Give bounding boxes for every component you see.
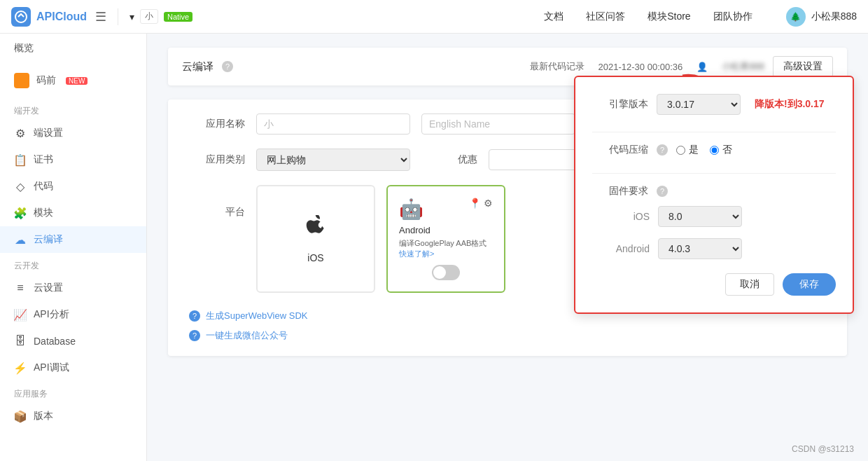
android-firmware-row: Android 4.0.3 5.0 6.0 7.0 xyxy=(592,238,836,259)
api-debug-icon: ⚡ xyxy=(14,362,27,374)
main-area: 概览 ▶ 码前 NEW 端开发 ⚙ 端设置 📋 证书 ◇ 代码 xyxy=(0,34,868,461)
nav-qa[interactable]: 社区问答 xyxy=(586,11,625,23)
app-name-label: 应用名称 xyxy=(189,118,245,130)
sidebar-item-banben[interactable]: 📦 版本 xyxy=(0,403,146,429)
sdk-help-icon: ? xyxy=(189,310,200,322)
android-toggle[interactable] xyxy=(432,265,460,280)
sidebar-label-mokuai: 模块 xyxy=(34,207,53,219)
app-name-input[interactable] xyxy=(256,113,410,135)
sidebar-item-yunbianyi[interactable]: ☁ 云编译 xyxy=(0,226,146,253)
sidebar-item-daima[interactable]: ◇ 代码 xyxy=(0,173,146,200)
dropdown-arrow-icon: ▾ xyxy=(130,11,134,22)
section-title-yyfw: 应用服务 xyxy=(0,381,146,403)
promo-label: 优惠 xyxy=(421,153,477,166)
compress-no-radio[interactable] xyxy=(710,146,719,155)
settings-icon: ⚙ xyxy=(14,127,27,139)
code-icon: ◇ xyxy=(14,180,27,193)
android-pin-icon: 📍 xyxy=(469,198,481,209)
firmware-help-icon[interactable]: ? xyxy=(657,186,668,197)
sidebar-item-mokuai[interactable]: 🧩 模块 xyxy=(0,200,146,226)
maqian-icon: ▶ xyxy=(14,73,29,88)
sidebar-item-yunshezhi[interactable]: ≡ 云设置 xyxy=(0,275,146,301)
sidebar-item-database[interactable]: 🗄 Database xyxy=(0,328,146,355)
record-label: 最新代码记录 xyxy=(530,60,584,73)
native-badge: Native xyxy=(164,12,192,22)
sidebar-item-duanshezhi[interactable]: ⚙ 端设置 xyxy=(0,120,146,146)
module-icon: 🧩 xyxy=(14,207,27,219)
nav-store[interactable]: 模块Store xyxy=(648,11,690,23)
toggle-knob xyxy=(433,266,446,279)
api-analysis-icon: 📈 xyxy=(14,308,27,321)
save-button[interactable]: 保存 xyxy=(783,273,836,296)
ios-platform-card[interactable]: iOS xyxy=(256,185,375,293)
compress-yes-label: 是 xyxy=(689,144,699,156)
nav-team[interactable]: 团队协作 xyxy=(713,11,752,23)
cert-icon: 📋 xyxy=(14,153,27,166)
sidebar-item-maqian[interactable]: ▶ 码前 NEW xyxy=(0,66,146,95)
ios-firmware-row: iOS 8.0 9.0 10.0 11.0 12.0 xyxy=(592,206,836,227)
compile-help-icon[interactable]: ? xyxy=(222,61,233,72)
sidebar-label-yunbianyi: 云编译 xyxy=(34,233,63,246)
sidebar-label-apifenxi: API分析 xyxy=(34,308,69,321)
compress-no-label: 否 xyxy=(722,144,732,156)
nav-docs[interactable]: 文档 xyxy=(544,11,564,23)
user-icon: 👤 xyxy=(696,62,708,72)
wechat-link-text: 一键生成微信公众号 xyxy=(206,329,288,342)
sidebar-item-apifenxi[interactable]: 📈 API分析 xyxy=(0,301,146,328)
version-icon: 📦 xyxy=(14,410,27,422)
platform-cards: iOS 🤖 📍 ⚙ xyxy=(256,185,505,293)
database-icon: 🗄 xyxy=(14,335,27,348)
top-bar-divider xyxy=(118,8,118,25)
top-nav: 文档 社区问答 模块Store 团队协作 🌲 小松果888 xyxy=(544,7,857,27)
app-selector[interactable]: ▾ 小 Native xyxy=(130,9,192,24)
compress-yes-option[interactable]: 是 xyxy=(676,144,699,156)
compress-yes-radio[interactable] xyxy=(676,146,685,155)
english-name-input[interactable] xyxy=(421,113,575,135)
android-firmware-select[interactable]: 4.0.3 5.0 6.0 7.0 xyxy=(658,238,742,259)
platform-label: 平台 xyxy=(189,185,245,219)
compress-no-option[interactable]: 否 xyxy=(710,144,732,156)
downgrade-note: 降版本!到3.0.17 xyxy=(755,98,825,111)
android-platform-card[interactable]: 🤖 📍 ⚙ Android 编译GooglePlay AAB格式 快速了解> xyxy=(386,185,505,293)
sidebar-label-maqian: 码前 xyxy=(36,74,56,87)
sidebar-item-apitiaoshi[interactable]: ⚡ API调试 xyxy=(0,355,146,381)
csdn-watermark: CSDN @s31213 xyxy=(792,444,854,454)
sidebar-item-zhengshu[interactable]: 📋 证书 xyxy=(0,146,146,173)
sidebar-label-zhengshu: 证书 xyxy=(34,153,53,166)
new-badge: NEW xyxy=(66,77,88,85)
user-name: 小松果888 xyxy=(811,11,857,23)
logo: APICloud xyxy=(11,7,87,27)
android-name: Android xyxy=(399,225,430,235)
ios-firmware-select[interactable]: 8.0 9.0 10.0 11.0 12.0 xyxy=(658,206,742,227)
firmware-label: 固件要求 xyxy=(592,185,648,198)
record-time: 2021-12-30 00:00:36 xyxy=(598,62,683,72)
compile-title: 云编译 xyxy=(182,60,214,74)
compress-help-icon[interactable]: ? xyxy=(657,144,668,156)
android-link[interactable]: 快速了解> xyxy=(399,249,434,259)
advanced-settings-button[interactable]: 高级设置 xyxy=(773,56,833,77)
logo-icon xyxy=(11,7,31,27)
logo-text: APICloud xyxy=(36,11,87,23)
bottom-link-wechat[interactable]: ? 一键生成微信公众号 xyxy=(189,329,826,342)
sidebar-item-overview[interactable]: 概览 xyxy=(0,34,146,63)
android-desc: 编译GooglePlay AAB格式 xyxy=(399,238,486,249)
compress-row: 代码压缩 ? 是 否 xyxy=(592,144,836,156)
ios-name: iOS xyxy=(307,252,323,263)
top-bar: APICloud ☰ ▾ 小 Native 文档 社区问答 模块Store 团队… xyxy=(0,0,868,34)
category-select[interactable]: 网上购物 社交 游戏 工具 教育 xyxy=(256,149,410,171)
ios-icon xyxy=(303,215,328,247)
menu-icon[interactable]: ☰ xyxy=(95,9,106,25)
sidebar-label-banben: 版本 xyxy=(34,410,53,422)
user-menu[interactable]: 🌲 小松果888 xyxy=(786,7,857,27)
main-content: 云编译 ? 最新代码记录 2021-12-30 00:00:36 👤 小松果88… xyxy=(147,34,868,461)
sidebar: 概览 ▶ 码前 NEW 端开发 ⚙ 端设置 📋 证书 ◇ 代码 xyxy=(0,34,147,461)
panel-divider-1 xyxy=(592,132,836,132)
record-user: 小松果888 xyxy=(722,60,764,73)
sidebar-label-duanshezhi: 端设置 xyxy=(34,127,63,139)
compress-radio-group: 是 否 xyxy=(676,144,732,156)
section-title-yunkf: 云开发 xyxy=(0,253,146,275)
cancel-button[interactable]: 取消 xyxy=(725,273,774,296)
engine-select[interactable]: 3.0.17 3.0.16 3.0.15 xyxy=(657,94,741,115)
engine-version-row: 引擎版本 3.0.17 3.0.16 3.0.15 降版本!到3.0.17 xyxy=(592,94,836,115)
panel-buttons: 取消 保存 xyxy=(592,273,836,296)
